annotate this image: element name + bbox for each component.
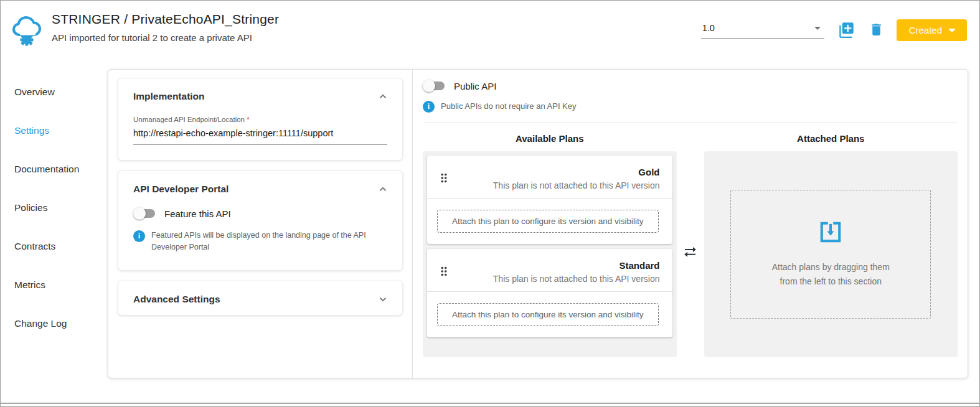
- sidebar-nav: Overview Settings Documentation Policies…: [1, 69, 108, 378]
- plans-grid: Available Plans Attached Plans: [423, 128, 958, 357]
- plan-card-standard[interactable]: Standard This plan is not attached to th…: [427, 249, 672, 337]
- sidebar-item-settings[interactable]: Settings: [14, 125, 108, 136]
- plan-name: Gold: [451, 167, 660, 177]
- drag-indicator-icon[interactable]: [437, 170, 451, 189]
- swap-horizontal-icon: [682, 245, 699, 264]
- feature-api-toggle[interactable]: Feature this API: [133, 207, 387, 220]
- sidebar-item-metrics[interactable]: Metrics: [14, 279, 108, 291]
- public-api-toggle-label: Public API: [454, 81, 496, 91]
- feature-api-toggle-label: Feature this API: [164, 208, 231, 219]
- developer-portal-card: API Developer Portal Feature this API i …: [118, 171, 402, 270]
- duplicate-api-button[interactable]: [838, 21, 855, 40]
- page-header: STRINGER / PrivateEchoAPI_Stringer API i…: [1, 1, 979, 60]
- feature-api-info-text: Featured APIs will be displayed on the l…: [151, 230, 387, 254]
- swap-column: [677, 151, 704, 357]
- plan-status: This plan is not attached to this API ve…: [451, 180, 660, 190]
- window-bottom-edge: [1, 403, 979, 404]
- sidebar-item-overview[interactable]: Overview: [14, 87, 108, 98]
- chevron-down-icon[interactable]: [377, 294, 389, 305]
- sidebar-item-policies[interactable]: Policies: [14, 202, 108, 213]
- status-label: Created: [909, 25, 942, 35]
- toggle-off-icon: [423, 80, 445, 92]
- required-marker: *: [247, 116, 249, 123]
- chevron-down-icon: [814, 27, 821, 30]
- divider: [423, 123, 958, 123]
- trash-icon: [869, 22, 884, 39]
- attach-plans-drop-zone[interactable]: Attach plans by dragging them from the l…: [730, 190, 931, 319]
- plan-status: This plan is not attached to this API ve…: [451, 274, 660, 284]
- header-controls: 1.0 Created: [701, 19, 967, 41]
- import-download-icon: [819, 220, 842, 246]
- endpoint-input[interactable]: [133, 124, 387, 145]
- drag-indicator-icon[interactable]: [437, 263, 451, 282]
- version-value: 1.0: [702, 23, 715, 33]
- endpoint-field-label: Unmanaged API Endpoint/Location *: [133, 116, 387, 123]
- page-title: STRINGER / PrivateEchoAPI_Stringer: [52, 12, 279, 27]
- implementation-title: Implementation: [133, 91, 205, 102]
- status-button[interactable]: Created: [897, 19, 967, 41]
- public-api-toggle[interactable]: Public API: [423, 80, 958, 92]
- attach-plan-button[interactable]: Attach this plan to configure its versio…: [437, 303, 659, 326]
- attached-plans-header: Attached Plans: [704, 128, 958, 151]
- sidebar-item-change-log[interactable]: Change Log: [14, 318, 108, 329]
- title-block: STRINGER / PrivateEchoAPI_Stringer API i…: [52, 12, 279, 43]
- drop-zone-text: Attach plans by dragging them from the l…: [772, 260, 890, 288]
- advanced-settings-card: Advanced Settings: [118, 281, 402, 315]
- attach-plan-button[interactable]: Attach this plan to configure its versio…: [437, 210, 659, 233]
- info-icon: i: [133, 230, 145, 242]
- available-plans-header: Available Plans: [423, 128, 677, 151]
- info-icon: i: [423, 101, 435, 113]
- cloud-gear-icon: [12, 14, 43, 47]
- plans-column: Public API i Public APIs do not require …: [412, 70, 968, 378]
- plan-name: Standard: [451, 260, 660, 271]
- implementation-card: Implementation Unmanaged API Endpoint/Lo…: [118, 78, 402, 160]
- plan-card-gold[interactable]: Gold This plan is not attached to this A…: [427, 156, 672, 244]
- api-manager-window: STRINGER / PrivateEchoAPI_Stringer API i…: [0, 0, 980, 407]
- public-api-info-text: Public APIs do not require an API Key: [441, 100, 577, 113]
- settings-column: Implementation Unmanaged API Endpoint/Lo…: [108, 70, 412, 378]
- version-select[interactable]: 1.0: [701, 22, 824, 39]
- sidebar-item-contracts[interactable]: Contracts: [14, 241, 108, 252]
- advanced-settings-title: Advanced Settings: [133, 294, 220, 305]
- chevron-up-icon[interactable]: [377, 184, 389, 195]
- chevron-up-icon[interactable]: [377, 91, 389, 102]
- settings-panel: Implementation Unmanaged API Endpoint/Lo…: [108, 69, 968, 378]
- available-plans-panel: Gold This plan is not attached to this A…: [423, 151, 677, 357]
- toggle-off-icon: [133, 207, 156, 220]
- developer-portal-title: API Developer Portal: [133, 184, 229, 195]
- content-row: Overview Settings Documentation Policies…: [1, 60, 979, 378]
- page-subtitle: API imported for tutorial 2 to create a …: [52, 32, 279, 43]
- sidebar-item-documentation[interactable]: Documentation: [14, 164, 108, 175]
- delete-api-button[interactable]: [869, 22, 884, 39]
- attached-plans-panel: Attach plans by dragging them from the l…: [704, 151, 958, 357]
- caret-down-icon: [948, 29, 956, 32]
- library-add-icon: [838, 21, 855, 40]
